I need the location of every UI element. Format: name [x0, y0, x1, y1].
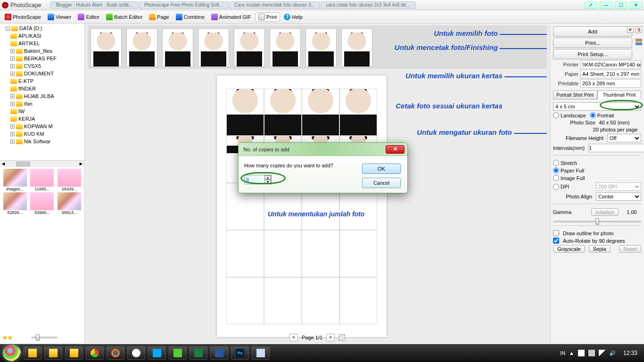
intervals-input[interactable] — [588, 144, 644, 152]
landscape-radio[interactable]: Landscape — [553, 112, 586, 118]
task-explorer[interactable] — [24, 346, 41, 360]
volume-icon[interactable]: 🔊 — [609, 350, 616, 356]
grayscale-button[interactable]: Grayscale — [553, 245, 585, 253]
filmstrip-item[interactable] — [341, 28, 372, 67]
thumbnail[interactable]: 55813... — [56, 192, 83, 215]
expand-icon[interactable]: + — [10, 49, 15, 53]
tab-print[interactable]: Print — [255, 12, 281, 22]
filmstrip-item[interactable] — [270, 28, 301, 67]
expand-icon[interactable]: + — [10, 72, 15, 76]
expand-icon[interactable]: + — [10, 57, 15, 61]
network-icon[interactable] — [599, 350, 605, 356]
tab-page[interactable]: Page — [146, 13, 172, 21]
paper-full-radio[interactable]: Paper Full — [553, 167, 584, 173]
tree-root[interactable]: −DATA (D:) — [1, 25, 83, 32]
trash-icon[interactable]: 🗑 — [636, 26, 642, 33]
ok-button[interactable]: OK — [362, 164, 401, 174]
dialog-titlebar[interactable]: No. of copies to add ✕ — [239, 143, 407, 156]
browser-tab[interactable]: Photoscape Free Photo Editing Soft... — [139, 1, 228, 8]
prev-page-button[interactable]: < — [289, 334, 298, 341]
tab-help[interactable]: ?Help — [281, 13, 305, 21]
tab-editor[interactable]: Editor — [75, 13, 102, 21]
tab-portrait-shot[interactable]: Portrait Shot Print — [553, 90, 597, 99]
minimize-button[interactable]: — — [600, 1, 612, 9]
gamma-initialize-button[interactable]: Initialize — [591, 208, 619, 216]
task-explorer[interactable] — [65, 346, 83, 360]
draw-outline-checkbox[interactable]: Draw outline for photo — [553, 230, 641, 236]
task-excel[interactable] — [190, 346, 207, 360]
favorite-icon[interactable]: ★★ — [2, 334, 12, 341]
stretch-radio[interactable]: Stretch — [553, 160, 577, 166]
photo-align-select[interactable]: Center — [596, 192, 641, 201]
gamma-slider[interactable] — [553, 221, 641, 222]
flag-icon[interactable] — [578, 350, 585, 356]
filmstrip-item[interactable] — [198, 28, 229, 67]
tree-item[interactable]: +DOKUMENT — [1, 70, 83, 77]
tree-item[interactable]: IW — [1, 107, 83, 115]
tab-combine[interactable]: Combine — [173, 13, 207, 21]
maximize-button[interactable]: ☐ — [615, 1, 627, 9]
tree-item[interactable]: +Bakteri_files — [1, 47, 83, 55]
tree-h-scrollbar[interactable]: ◄► — [0, 160, 84, 167]
language-indicator[interactable]: IN — [560, 350, 565, 356]
print-setup-button[interactable]: Print Setup... — [553, 49, 632, 59]
task-firefox[interactable] — [107, 346, 124, 360]
task-teamviewer[interactable] — [148, 346, 166, 360]
transparency-toggle[interactable] — [339, 334, 345, 341]
expand-icon[interactable]: + — [10, 124, 15, 129]
folder-tree[interactable]: −DATA (D:) APLIKASI ARTIKEL +Bakteri_fil… — [0, 24, 84, 160]
task-item[interactable] — [127, 346, 145, 360]
next-page-button[interactable]: > — [326, 334, 335, 341]
expand-icon[interactable]: + — [10, 102, 15, 106]
list-style-icon[interactable] — [636, 39, 642, 45]
thumbnail[interactable]: 16429... — [56, 169, 83, 191]
task-notepad[interactable] — [252, 346, 270, 360]
tree-item[interactable]: fINDER — [1, 85, 83, 92]
auto-rotate-checkbox[interactable]: Auto-Rotate by 90 degrees — [553, 238, 641, 244]
filmstrip-item[interactable] — [305, 28, 337, 67]
thumbnail[interactable]: 52826... — [2, 192, 28, 215]
task-chrome[interactable] — [86, 346, 104, 360]
reset-button[interactable]: Reset — [619, 245, 641, 253]
tree-item[interactable]: +KUD KM — [1, 130, 83, 138]
tab-animated-gif[interactable]: Animated GIF — [208, 13, 254, 21]
tree-item[interactable]: +CVSX5 — [1, 62, 83, 70]
tree-item[interactable]: APLIKASI — [1, 32, 83, 40]
tab-thumbnail-print[interactable]: Thumbnail Print — [597, 90, 642, 99]
browser-tab[interactable]: Blogger · Hukum Alam · Buah antik... — [50, 1, 138, 8]
portrait-radio[interactable]: Portrait — [590, 112, 614, 118]
task-photoshop[interactable]: Ps — [231, 346, 249, 360]
tree-item[interactable]: +ifan — [1, 100, 83, 107]
sepia-button[interactable]: Sepia — [589, 245, 611, 253]
filmstrip-item[interactable] — [126, 28, 157, 67]
tree-item[interactable]: +KOPWAN M — [1, 123, 83, 130]
task-word[interactable] — [210, 346, 228, 360]
delete-all-icon[interactable]: ✖ — [627, 26, 634, 33]
restore-down-button[interactable]: ⤢ — [585, 1, 597, 9]
start-button[interactable] — [3, 345, 21, 361]
expand-icon[interactable]: + — [10, 140, 15, 144]
thumbnail[interactable]: 53960... — [29, 192, 56, 215]
battery-icon[interactable] — [588, 350, 595, 356]
add-button[interactable]: Add — [553, 26, 632, 37]
cancel-button[interactable]: Cancel — [362, 178, 401, 188]
filmstrip-item[interactable] — [162, 28, 193, 67]
task-explorer[interactable] — [44, 346, 62, 360]
thumbnail[interactable]: images... — [2, 169, 28, 191]
tab-viewer[interactable]: Viewer — [45, 13, 74, 21]
dialog-close-button[interactable]: ✕ — [386, 145, 405, 154]
tree-item[interactable]: KERJA — [1, 115, 83, 123]
expand-icon[interactable]: + — [10, 94, 15, 99]
tree-item[interactable]: ARTIKEL — [1, 40, 83, 47]
tab-batch-editor[interactable]: Batch Editor — [103, 13, 145, 21]
browser-tab[interactable]: Cara mudah mencetak foto ukuran 3... — [229, 1, 320, 8]
browser-tab[interactable]: cara cetak foto ukuran 2x3 3x4 4x6 de... — [321, 1, 415, 8]
print-button[interactable]: Print... — [553, 38, 632, 48]
clock[interactable]: 12:33 — [619, 350, 641, 356]
image-full-radio[interactable]: Image Full — [553, 175, 585, 181]
dpi-radio[interactable]: DPI — [553, 184, 569, 190]
expand-icon[interactable]: + — [10, 64, 15, 68]
filmstrip-item[interactable] — [234, 28, 265, 67]
tree-item[interactable]: +BERKAS PEF — [1, 55, 83, 62]
collapse-icon[interactable]: − — [6, 26, 10, 31]
